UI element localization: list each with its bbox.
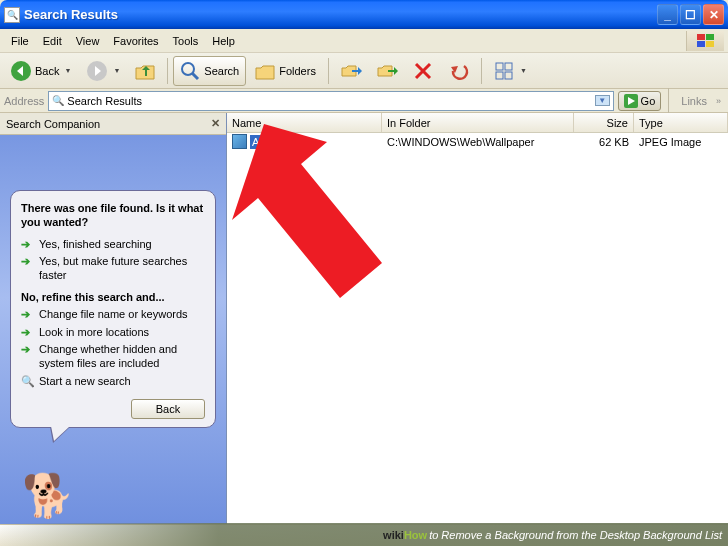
- back-button[interactable]: Back ▼: [4, 56, 78, 86]
- undo-icon: [448, 60, 470, 82]
- maximize-button[interactable]: ☐: [680, 4, 701, 25]
- svg-rect-0: [697, 34, 705, 40]
- toolbar-separator: [668, 88, 669, 114]
- address-field[interactable]: 🔍 Search Results ▼: [48, 91, 613, 111]
- move-to-button[interactable]: [334, 56, 368, 86]
- forward-icon: [86, 60, 108, 82]
- links-label[interactable]: Links: [676, 95, 712, 107]
- svg-rect-11: [505, 63, 512, 70]
- panel-close-icon[interactable]: ✕: [211, 117, 220, 130]
- delete-icon: [412, 60, 434, 82]
- option-faster[interactable]: ➔Yes, but make future searches faster: [21, 253, 205, 285]
- option-new-search[interactable]: 🔍Start a new search: [21, 373, 205, 391]
- option-hidden-system[interactable]: ➔Change whether hidden and system files …: [21, 341, 205, 373]
- file-name: Ascent: [250, 135, 288, 149]
- option-label: Change file name or keywords: [39, 308, 188, 322]
- option-finished[interactable]: ➔Yes, finished searching: [21, 236, 205, 254]
- address-bar: Address 🔍 Search Results ▼ Go Links »: [0, 89, 728, 113]
- window-title: Search Results: [24, 7, 657, 22]
- move-to-icon: [340, 60, 362, 82]
- forward-button[interactable]: ▼: [80, 56, 126, 86]
- svg-rect-10: [496, 63, 503, 70]
- go-icon: [624, 94, 638, 108]
- go-label: Go: [641, 95, 656, 107]
- svg-rect-3: [706, 41, 714, 47]
- menu-bar: File Edit View Favorites Tools Help: [0, 29, 728, 53]
- menu-view[interactable]: View: [69, 32, 107, 50]
- option-more-locations[interactable]: ➔Look in more locations: [21, 324, 205, 342]
- search-dog-icon[interactable]: 🐕: [22, 471, 74, 520]
- search-label: Search: [204, 65, 239, 77]
- column-size[interactable]: Size: [574, 113, 634, 132]
- chevron-down-icon: ▼: [64, 67, 71, 74]
- copy-to-icon: [376, 60, 398, 82]
- back-icon: [10, 60, 32, 82]
- column-headers: Name In Folder Size Type: [227, 113, 728, 133]
- svg-rect-1: [706, 34, 714, 40]
- option-label: Start a new search: [39, 375, 131, 389]
- folder-up-icon: [134, 60, 156, 82]
- back-button[interactable]: Back: [131, 399, 205, 419]
- watermark-text: to Remove a Background from the Desktop …: [429, 529, 722, 541]
- search-button[interactable]: Search: [173, 56, 246, 86]
- undo-button[interactable]: [442, 56, 476, 86]
- views-icon: [493, 60, 515, 82]
- minimize-button[interactable]: _: [657, 4, 678, 25]
- delete-button[interactable]: [406, 56, 440, 86]
- arrow-right-icon: ➔: [21, 343, 34, 357]
- up-button[interactable]: [128, 56, 162, 86]
- menu-tools[interactable]: Tools: [166, 32, 206, 50]
- chevron-right-icon[interactable]: »: [716, 96, 724, 106]
- column-name[interactable]: Name: [227, 113, 382, 132]
- option-label: Look in more locations: [39, 326, 149, 340]
- toolbar-separator: [167, 58, 168, 84]
- file-row[interactable]: Ascent C:\WINDOWS\Web\Wallpaper 62 KB JP…: [227, 133, 728, 150]
- dropdown-icon[interactable]: ▼: [595, 95, 610, 106]
- chevron-down-icon: ▼: [113, 67, 120, 74]
- file-rows: Ascent C:\WINDOWS\Web\Wallpaper 62 KB JP…: [227, 133, 728, 524]
- folders-button[interactable]: Folders: [248, 56, 323, 86]
- option-change-name[interactable]: ➔Change file name or keywords: [21, 306, 205, 324]
- svg-rect-12: [496, 72, 503, 79]
- copy-to-button[interactable]: [370, 56, 404, 86]
- option-label: Change whether hidden and system files a…: [39, 343, 205, 371]
- balloon-question: There was one file found. Is it what you…: [21, 201, 205, 230]
- panel-title: Search Companion: [6, 118, 211, 130]
- option-label: Yes, finished searching: [39, 238, 152, 252]
- go-button[interactable]: Go: [618, 91, 662, 111]
- svg-rect-13: [505, 72, 512, 79]
- arrow-right-icon: ➔: [21, 308, 34, 322]
- content-area: Search Companion ✕ There was one file fo…: [0, 113, 728, 524]
- search-icon: 🔍: [21, 375, 34, 389]
- search-results-icon: 🔍: [4, 7, 20, 23]
- search-companion-panel: Search Companion ✕ There was one file fo…: [0, 113, 227, 524]
- arrow-right-icon: ➔: [21, 326, 34, 340]
- close-button[interactable]: ✕: [703, 4, 724, 25]
- file-list-area: Name In Folder Size Type Ascent C:\WINDO…: [227, 113, 728, 524]
- address-value: Search Results: [67, 95, 142, 107]
- folders-icon: [254, 60, 276, 82]
- menu-help[interactable]: Help: [205, 32, 242, 50]
- watermark: wikiHow to Remove a Background from the …: [0, 523, 728, 546]
- back-label: Back: [156, 403, 180, 415]
- menu-file[interactable]: File: [4, 32, 36, 50]
- back-label: Back: [35, 65, 59, 77]
- window-titlebar: 🔍 Search Results _ ☐ ✕: [0, 0, 728, 29]
- svg-rect-2: [697, 41, 705, 47]
- toolbar-separator: [481, 58, 482, 84]
- file-type: JPEG Image: [634, 136, 728, 148]
- chevron-down-icon: ▼: [520, 67, 527, 74]
- views-button[interactable]: ▼: [487, 56, 533, 86]
- refine-heading: No, refine this search and...: [21, 291, 205, 303]
- arrow-right-icon: ➔: [21, 238, 34, 252]
- folders-label: Folders: [279, 65, 316, 77]
- column-folder[interactable]: In Folder: [382, 113, 574, 132]
- menu-favorites[interactable]: Favorites: [106, 32, 165, 50]
- column-type[interactable]: Type: [634, 113, 728, 132]
- toolbar: Back ▼ ▼ Search Folders ▼: [0, 53, 728, 89]
- search-results-icon: 🔍: [52, 95, 64, 106]
- windows-flag-icon[interactable]: [686, 31, 724, 51]
- window-controls: _ ☐ ✕: [657, 4, 724, 25]
- menu-edit[interactable]: Edit: [36, 32, 69, 50]
- file-size: 62 KB: [574, 136, 634, 148]
